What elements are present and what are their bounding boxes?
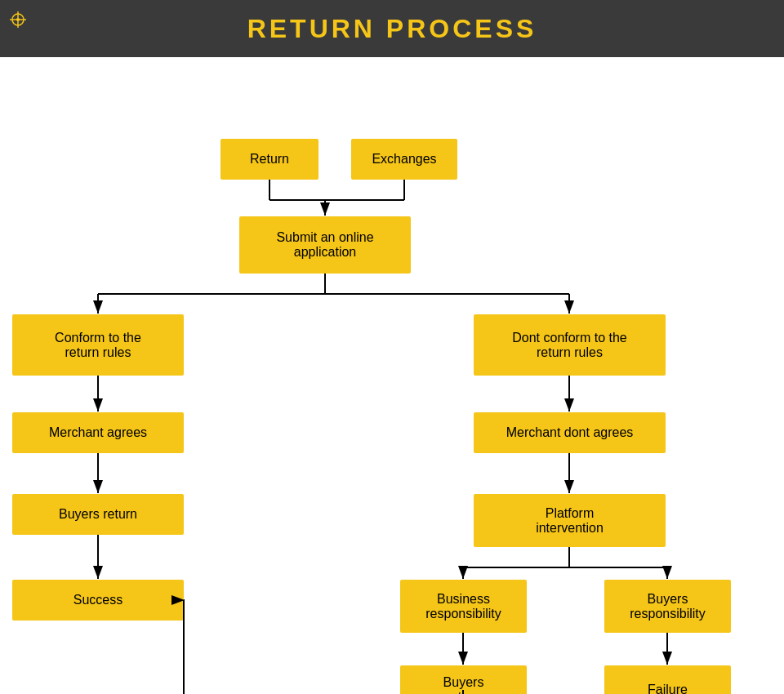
svg-point-3 bbox=[16, 18, 20, 21]
success-box: Success bbox=[12, 580, 184, 621]
return-box: Return bbox=[220, 139, 318, 180]
dont-conform-box: Dont conform to the return rules bbox=[474, 314, 666, 376]
conform-box: Conform to the return rules bbox=[12, 314, 184, 376]
page-header: RETURN PROCESS bbox=[0, 0, 784, 57]
buyers-resp-box: Buyers responsibility bbox=[604, 580, 731, 633]
merchant-dont-box: Merchant dont agrees bbox=[474, 412, 666, 453]
merchant-agrees-box: Merchant agrees bbox=[12, 412, 184, 453]
business-resp-box: Business responsibility bbox=[400, 580, 527, 633]
buyers-return-left-box: Buyers return bbox=[12, 494, 184, 535]
crosshair-icon bbox=[10, 11, 26, 28]
buyers-return-right-box: Buyers return bbox=[400, 665, 527, 694]
failure-box: Failure bbox=[604, 665, 731, 694]
submit-box: Submit an online application bbox=[239, 216, 411, 274]
diagram-area: Return Exchanges Submit an online applic… bbox=[0, 57, 784, 694]
page-title: RETURN PROCESS bbox=[247, 14, 537, 44]
exchanges-box: Exchanges bbox=[351, 139, 457, 180]
platform-box: Platform intervention bbox=[474, 494, 666, 547]
